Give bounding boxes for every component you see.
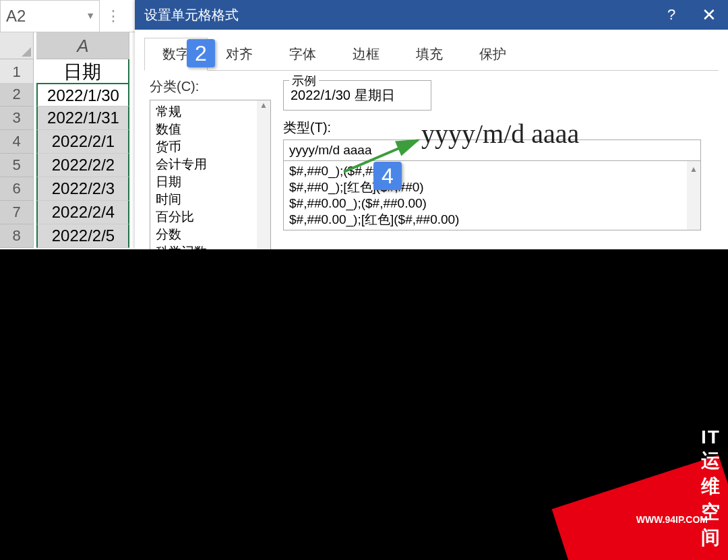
- select-all-corner[interactable]: [0, 32, 34, 59]
- dialog-content: 分类(C): 常规 数值 货币 会计专用 日期 时间 百分比 分数 科学记数 文…: [135, 71, 728, 249]
- list-item[interactable]: 分数: [156, 226, 265, 243]
- callout-badge-2: 2: [187, 39, 215, 67]
- list-item[interactable]: 常规: [156, 103, 265, 121]
- scroll-up-icon[interactable]: ▲: [260, 100, 268, 110]
- row-header[interactable]: 7: [0, 201, 34, 224]
- category-label: 分类(C):: [150, 77, 271, 96]
- watermark-text: IT运维空间: [701, 427, 721, 551]
- list-item[interactable]: 百分比: [156, 208, 265, 226]
- cell-a5[interactable]: 2022/2/2: [36, 154, 129, 177]
- scroll-up-icon[interactable]: ▲: [690, 161, 698, 177]
- tab-protection[interactable]: 保护: [461, 38, 524, 70]
- tab-alignment[interactable]: 对齐: [208, 38, 271, 70]
- row-header[interactable]: 4: [0, 130, 34, 154]
- list-item[interactable]: 时间: [156, 191, 265, 208]
- help-icon[interactable]: ?: [653, 0, 690, 30]
- dialog-title: 设置单元格格式: [144, 6, 239, 24]
- category-items: 常规 数值 货币 会计专用 日期 时间 百分比 分数 科学记数 文本: [150, 100, 270, 249]
- example-label: 示例: [289, 73, 319, 89]
- scrollbar[interactable]: ▲: [687, 161, 700, 230]
- column-header-a[interactable]: A: [36, 32, 129, 59]
- list-item[interactable]: 货币: [156, 138, 265, 156]
- row-header[interactable]: 3: [0, 106, 34, 130]
- name-box[interactable]: A2 ▼: [0, 0, 100, 32]
- dialog-titlebar[interactable]: 设置单元格格式 ? ✕: [135, 0, 728, 30]
- callout-badge-4: 4: [373, 162, 402, 190]
- cell-a4[interactable]: 2022/2/1: [36, 130, 129, 154]
- category-panel: 分类(C): 常规 数值 货币 会计专用 日期 时间 百分比 分数 科学记数 文…: [150, 77, 271, 249]
- cell-a3[interactable]: 2022/1/31: [36, 106, 129, 130]
- row-header[interactable]: 5: [0, 154, 34, 177]
- name-box-value: A2: [6, 7, 26, 26]
- tab-fill[interactable]: 填充: [398, 38, 461, 70]
- cell-a6[interactable]: 2022/2/3: [36, 177, 129, 201]
- annotation-text: yyyy/m/d aaaa: [421, 118, 579, 150]
- titlebar-buttons: ? ✕: [653, 0, 728, 30]
- list-item[interactable]: 数值: [156, 121, 265, 138]
- namebox-bar: A2 ▼ ⋮: [0, 0, 135, 32]
- example-box: 示例 2022/1/30 星期日: [283, 80, 431, 111]
- cell-a8[interactable]: 2022/2/5: [36, 224, 129, 248]
- list-item[interactable]: $#,##0.00_);($#,##0.00): [289, 195, 695, 212]
- dialog-tabs: 数字 对齐 字体 边框 填充 保护: [144, 38, 719, 71]
- tab-font[interactable]: 字体: [271, 38, 334, 70]
- row-header[interactable]: 6: [0, 177, 34, 201]
- close-icon[interactable]: ✕: [690, 0, 728, 30]
- row-header[interactable]: 1: [0, 59, 34, 86]
- more-icon[interactable]: ⋮: [100, 7, 127, 25]
- category-listbox[interactable]: 常规 数值 货币 会计专用 日期 时间 百分比 分数 科学记数 文本 ▲: [150, 100, 271, 249]
- list-item[interactable]: $#,##0.00_);[红色]($#,##0.00): [289, 212, 695, 228]
- list-item[interactable]: 日期: [156, 173, 265, 191]
- example-value: 2022/1/30 星期日: [291, 86, 424, 104]
- row-header[interactable]: 8: [0, 224, 34, 248]
- cell-a2[interactable]: 2022/1/30: [36, 83, 129, 106]
- cell-a1[interactable]: 日期: [36, 59, 129, 86]
- tab-border[interactable]: 边框: [334, 38, 398, 70]
- list-item[interactable]: 科学记数: [156, 243, 265, 249]
- scrollbar[interactable]: ▲: [257, 100, 270, 249]
- list-item[interactable]: 会计专用: [156, 156, 265, 173]
- app-root: A2 ▼ ⋮ A 1 日期 2 2022/1/30 3 2022/1/31 4 …: [0, 0, 728, 249]
- dropdown-icon[interactable]: ▼: [86, 10, 95, 21]
- watermark-url: WWW.94IP.COM: [636, 514, 708, 525]
- cell-a7[interactable]: 2022/2/4: [36, 201, 129, 224]
- spreadsheet: A 1 日期 2 2022/1/30 3 2022/1/31 4 2022/2/…: [0, 32, 135, 248]
- row-header[interactable]: 2: [0, 83, 34, 106]
